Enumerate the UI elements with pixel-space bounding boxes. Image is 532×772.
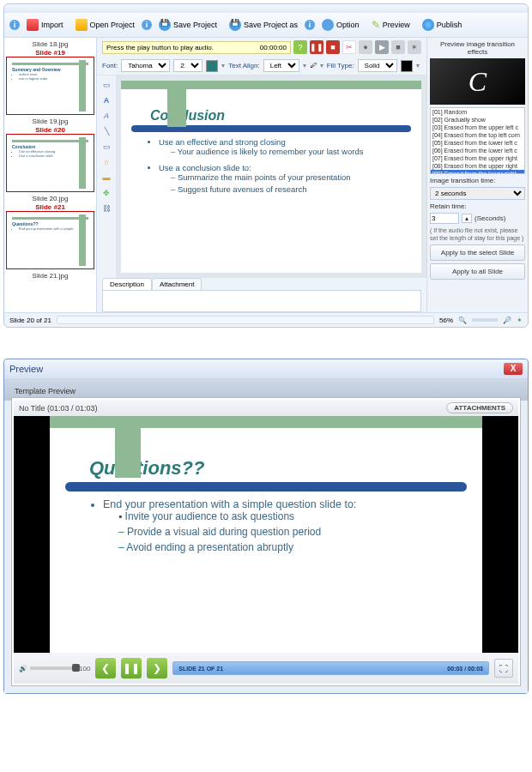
list-item[interactable]: [04] Erased from the top left corn	[431, 131, 524, 139]
stop-icon[interactable]: ■	[326, 40, 340, 54]
sub-bullet-text: Invite your audience to ask questions	[125, 510, 294, 522]
apply-all-button[interactable]: Apply to all Slide	[430, 263, 525, 280]
fill-label: Fill Type:	[327, 62, 354, 69]
thumbnail-21[interactable]: Questions??End your presentation with a …	[6, 211, 94, 269]
save-as-button[interactable]: Save Project as	[224, 16, 303, 33]
option-button[interactable]: Option	[317, 16, 365, 33]
save-label: Save Project	[173, 21, 217, 29]
thumbnail-20[interactable]: ConclusionUse an effective closingUse a …	[6, 134, 94, 192]
transition-preview: C	[430, 58, 525, 105]
list-item-selected[interactable]: [09] Erased from the lower right	[431, 170, 524, 174]
preview-title: Preview	[9, 364, 43, 374]
globe-icon	[422, 19, 434, 31]
volume-slider[interactable]	[30, 666, 76, 670]
tab-description[interactable]: Description	[102, 278, 152, 290]
effect-list[interactable]: [01] Random [02] Gradually show [03] Era…	[430, 107, 525, 174]
sub-bullet-text: Suggest future avenues of research	[178, 184, 307, 194]
text-tool2-icon[interactable]: A	[100, 110, 112, 122]
close-icon[interactable]: X	[504, 363, 523, 375]
transition-panel: Preview image transition effects C [01] …	[426, 38, 528, 312]
attachments-button[interactable]: ATTACHMENTS	[446, 402, 513, 413]
sub-bullet-text: Your audience is likely to remember your…	[178, 147, 364, 156]
open-project-button[interactable]: Open Project	[70, 16, 141, 33]
help-icon[interactable]: i	[9, 20, 20, 30]
open-label: Open Project	[90, 21, 136, 29]
bullet-text: End your presentation with a simple ques…	[103, 498, 356, 510]
description-panel[interactable]	[102, 290, 421, 312]
preview-icon: ✎	[372, 19, 380, 31]
publish-button[interactable]: Publish	[417, 16, 468, 33]
editor-titlebar[interactable]	[4, 4, 528, 13]
list-item[interactable]: [06] Erased from the lower left c	[431, 147, 524, 154]
save-icon	[159, 19, 171, 31]
play-icon[interactable]: ▶	[375, 40, 389, 54]
next-slide-button[interactable]: ❯	[147, 658, 167, 679]
help-icon-3[interactable]: i	[305, 20, 315, 30]
audio-help-icon[interactable]: ?	[293, 40, 307, 54]
stop2-icon[interactable]: ■	[391, 40, 405, 54]
volume-control[interactable]: 🔊 100	[19, 665, 90, 672]
editor-window: i Import Open Project i Save Project Sav…	[3, 3, 529, 328]
line-tool-icon[interactable]: ╲	[100, 125, 112, 137]
thumbnail-19[interactable]: Summary and Overviewoutline mainuse in l…	[6, 57, 94, 115]
fit-icon[interactable]: ✶	[517, 317, 523, 324]
sub-bullet-text: Provide a visual aid during question per…	[127, 526, 321, 538]
zoom-in-icon[interactable]: 🔎	[503, 317, 511, 324]
volume-value: 100	[79, 665, 90, 672]
fullscreen-icon[interactable]: ⛶	[494, 659, 513, 678]
help-icon-2[interactable]: i	[142, 20, 152, 30]
pen-icon[interactable]: 🖊	[310, 62, 317, 69]
preview-button[interactable]: ✎Preview	[366, 16, 415, 33]
bottom-tabs: Description Attachment	[97, 278, 426, 290]
text-align-select[interactable]: Left	[263, 59, 299, 72]
slide-number: Slide #19	[6, 49, 94, 57]
progress-bar[interactable]: SLIDE 21 OF 21 00:03 / 00:03	[172, 661, 489, 675]
fill-type-select[interactable]: Solid	[358, 59, 397, 72]
slide-number: Slide #20	[6, 126, 94, 134]
formatting-toolbar: Font: Tahoma 21 ▾ Text Align: Left ▾ 🖊 ▾…	[97, 57, 426, 75]
pointer-tool-icon[interactable]: ▭	[100, 79, 112, 91]
retain-time-label: Retain time:	[430, 202, 525, 210]
horizontal-scrollbar[interactable]	[57, 316, 434, 324]
zoom-out-icon[interactable]: 🔍	[458, 317, 467, 324]
pause-icon[interactable]: ❚❚	[310, 40, 323, 54]
pause-button[interactable]: ❚❚	[121, 658, 142, 679]
slide-content[interactable]: Conclusion Use an effective and strong c…	[121, 81, 421, 273]
font-family-select[interactable]: Tahoma	[121, 59, 170, 72]
list-item[interactable]: [02] Gradually show	[431, 116, 524, 124]
text-color-swatch[interactable]	[206, 60, 218, 72]
list-item[interactable]: [05] Erased from the lower left c	[431, 139, 524, 147]
prev-slide-button[interactable]: ❮	[95, 658, 116, 679]
list-item[interactable]: [01] Random	[431, 108, 524, 116]
import-button[interactable]: Import	[21, 16, 69, 33]
tab-attachment[interactable]: Attachment	[152, 278, 202, 290]
slide-title: Conclusion	[150, 108, 411, 124]
font-size-select[interactable]: 21	[173, 59, 203, 72]
list-item[interactable]: [08] Erased from the upper right	[431, 162, 524, 170]
preview-controls: 🔊 100 ❮ ❚❚ ❯ SLIDE 21 OF 21 00:03 / 00:0…	[14, 653, 518, 684]
zoom-slider[interactable]	[472, 318, 498, 322]
slide-canvas[interactable]: Conclusion Use an effective and strong c…	[116, 75, 426, 278]
preview-titlebar[interactable]: Preview X	[4, 359, 528, 378]
cut-icon[interactable]: ✂	[342, 40, 356, 54]
shape-tools: ▭ A A ╲ ▭ ○ ▬ ✥ ⛓	[97, 75, 116, 278]
stepper-icon[interactable]: ▴	[462, 214, 472, 223]
rect-tool-icon[interactable]: ▭	[100, 141, 112, 153]
list-item[interactable]: [03] Erased from the upper left c	[431, 124, 524, 131]
save-project-button[interactable]: Save Project	[154, 16, 222, 33]
random-icon[interactable]: ✶	[408, 40, 421, 54]
move-tool-icon[interactable]: ✥	[100, 187, 112, 199]
preview-stage: Questions?? End your presentation with a…	[14, 416, 518, 653]
retain-time-input[interactable]	[430, 213, 459, 224]
text-tool-icon[interactable]: A	[100, 94, 112, 106]
speaker-icon[interactable]: 🔊	[19, 665, 27, 672]
link-tool-icon[interactable]: ⛓	[100, 202, 112, 214]
transition-time-select[interactable]: 2 seconds	[430, 187, 525, 200]
record-icon[interactable]: ●	[359, 40, 372, 54]
apply-selected-button[interactable]: Apply to the select Slide	[430, 244, 525, 261]
fill-rect-tool-icon[interactable]: ▬	[100, 172, 112, 184]
ellipse-tool-icon[interactable]: ○	[100, 156, 112, 168]
list-item[interactable]: [07] Erased from the upper right	[431, 154, 524, 162]
fill-color-swatch[interactable]	[401, 60, 413, 72]
audio-time: 00:00:00	[260, 44, 287, 51]
